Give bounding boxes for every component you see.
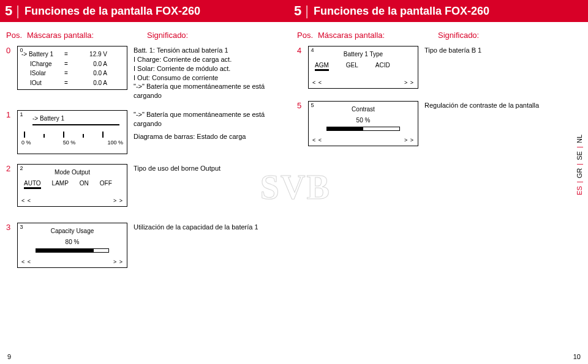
lcd-4: 4 Battery 1 Type AGM GEL ACID < < > > (308, 46, 418, 89)
divider-icon: | (305, 3, 309, 19)
row-1: 1 1 -> Battery 1 0 % 50 % 100 % (6, 110, 291, 154)
lcd1-labels: 0 % 50 % 100 % (21, 139, 123, 146)
progress-bar-icon (326, 127, 400, 131)
row-5: 5 5 Contrast 50 % < < > > Regulación de … (297, 101, 582, 146)
lcd0-e4: = (64, 79, 77, 87)
lcd0-e2: = (64, 60, 77, 69)
lcd-badge-1: 1 (17, 110, 26, 119)
lang-gr: GR (576, 168, 583, 179)
lcd2-o2: LAMP (52, 179, 69, 188)
header-left-title: Funciones de la pantalla FOX-260 (24, 5, 200, 18)
row-4: 4 4 Battery 1 Type AGM GEL ACID < < > > … (297, 46, 582, 89)
sig0-l3: I Solar: Corriente de módulo act. (134, 64, 291, 73)
column-headers-left: Pos. Máscaras pantalla: Significado: (6, 31, 291, 40)
lcd4-options: AGM GEL ACID (315, 61, 414, 70)
pos-0: 0 (6, 46, 15, 55)
lcd-badge-4: 4 (308, 46, 317, 54)
divider-icon: | (576, 163, 583, 165)
lcd1-p100: 100 % (107, 139, 123, 146)
lcd1-p0: 0 % (21, 139, 31, 146)
sig0-l5: "->" Batería que momentáneamente se está… (134, 82, 291, 100)
footer: 9 10 (7, 353, 581, 360)
lcd0-e1: = (64, 50, 77, 59)
sig3-text: Utilización de la capacidad de la baterí… (134, 223, 291, 232)
lcd5-nav: < < > > (312, 136, 414, 144)
lcd4-nav: < < > > (312, 79, 414, 86)
lcd2-options: AUTO LAMP ON OFF (24, 179, 123, 188)
pos-5: 5 (297, 101, 306, 110)
sig0-l1: Batt. 1: Tensión actual batería 1 (134, 46, 291, 55)
page-num-right: 10 (573, 353, 581, 360)
lcd1-p50: 50 % (63, 139, 76, 146)
lcd-badge-2: 2 (17, 164, 26, 173)
lang-nl: NL (576, 135, 583, 143)
bar-chart-icon (24, 132, 121, 138)
header-right-title: Funciones de la pantalla FOX-260 (314, 5, 489, 18)
lcd4-o2: GEL (346, 61, 358, 70)
lang-se: SE (576, 151, 583, 160)
colhead-sig: Significado: (147, 31, 291, 40)
row-2: 2 2 Mode Output AUTO LAMP ON OFF < < > >… (6, 164, 291, 207)
right-column: Pos. Máscaras pantalla: Significado: 4 4… (297, 31, 582, 278)
sig-4: Tipo de batería B 1 (424, 46, 582, 55)
left-column: Pos. Máscaras pantalla: Significado: 0 0… (6, 31, 291, 278)
pos-2: 2 (6, 164, 15, 173)
nav-right-icon: > > (404, 136, 414, 144)
lcd2-o3: ON (80, 179, 89, 188)
sig-3: Utilización de la capacidad de la baterí… (134, 223, 291, 232)
sig5-text: Regulación de contraste de la pantalla (424, 101, 582, 110)
nav-left-icon: < < (21, 258, 31, 266)
sig4-text: Tipo de batería B 1 (424, 46, 582, 55)
nav-right-icon: > > (113, 258, 123, 266)
pos-3: 3 (6, 223, 15, 232)
lcd1-underline (32, 124, 119, 125)
content: Pos. Máscaras pantalla: Significado: 0 0… (0, 22, 588, 278)
lcd3-nav: < < > > (21, 258, 123, 266)
lcd0-v1: 12.9 V (77, 50, 107, 59)
lcd5-title: Contrast (312, 105, 414, 114)
sig-0: Batt. 1: Tensión actual batería 1 I Char… (134, 46, 291, 100)
lcd0-e3: = (64, 69, 77, 78)
colhead-mask: Máscaras pantalla: (27, 31, 147, 40)
sig2-text: Tipo de uso del borne Output (134, 164, 291, 173)
lcd2-o4: OFF (100, 179, 112, 188)
lcd2-title: Mode Output (21, 168, 123, 177)
language-tabs: ES | GR | SE | NL (576, 135, 583, 195)
sig0-l4: I Out: Consumo de corriente (134, 73, 291, 83)
lcd0-v4: 0.0 A (77, 79, 107, 87)
page-header: 5 | Funciones de la pantalla FOX-260 5 |… (0, 0, 588, 22)
row-3: 3 3 Capacity Usage 80 % < < > > Utilizac… (6, 223, 291, 268)
sig0-l2: I Charge: Corriente de carga act. (134, 55, 291, 64)
header-left-num: 5 (5, 3, 12, 19)
nav-left-icon: < < (312, 136, 322, 144)
lcd0-k4: IOut (21, 79, 64, 87)
divider-icon: | (576, 181, 583, 183)
page-num-left: 9 (7, 353, 11, 360)
lang-es: ES (576, 186, 583, 195)
nav-right-icon: > > (404, 79, 414, 86)
lcd3-title: Capacity Usage (21, 227, 123, 236)
lcd0-k1: -> Battery 1 (21, 50, 64, 59)
pos-4: 4 (297, 46, 306, 55)
lcd0-k3: ISolar (21, 69, 64, 78)
lcd-3: 3 Capacity Usage 80 % < < > > (17, 223, 127, 268)
sig-2: Tipo de uso del borne Output (134, 164, 291, 173)
colhead-mask-r: Máscaras pantalla: (318, 31, 438, 40)
colhead-sig-r: Significado: (438, 31, 582, 40)
nav-right-icon: > > (113, 197, 123, 204)
sig1-l2: Diagrama de barras: Estado de carga (134, 132, 291, 141)
row-0: 0 0 -> Battery 1=12.9 V ICharge=0.0 A IS… (6, 46, 291, 100)
nav-left-icon: < < (21, 197, 31, 204)
lcd4-o3: ACID (375, 61, 390, 70)
nav-left-icon: < < (312, 79, 322, 86)
lcd-badge-0: 0 (17, 46, 26, 54)
sig1-l1: "->" Batería que momentáneamente se está… (134, 110, 291, 128)
lcd-5: 5 Contrast 50 % < < > > (308, 101, 418, 146)
lcd3-val: 80 % (21, 238, 123, 247)
lcd4-title: Battery 1 Type (312, 50, 414, 59)
lcd5-val: 50 % (312, 116, 414, 125)
header-right-num: 5 (294, 3, 301, 19)
lcd0-v3: 0.0 A (77, 69, 107, 78)
lcd2-nav: < < > > (21, 197, 123, 204)
lcd0-v2: 0.0 A (77, 60, 107, 69)
